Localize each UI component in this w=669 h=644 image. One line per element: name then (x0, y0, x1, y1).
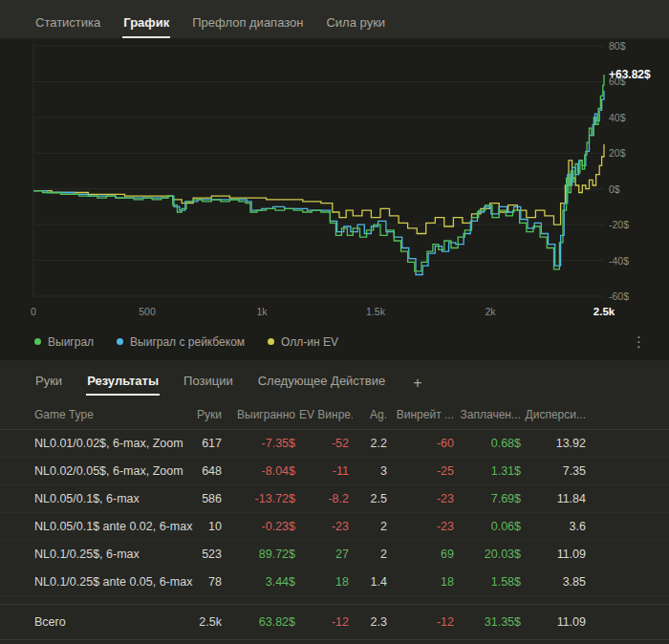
column-header-2[interactable]: Выигранно (226, 408, 299, 421)
table-row[interactable]: NL0.1/0.25$ ante 0.05, 6-max783.44$181.4… (0, 569, 669, 596)
more-options-icon[interactable]: ⋮ (626, 333, 652, 351)
table-tab-bar: РукиРезультатыПозицииСледующее Действие+ (0, 360, 669, 396)
chart-area[interactable]: +63.82$ 80$60$40$20$0$-20$-40$-60$05001k… (0, 38, 669, 327)
cell-value: 2 (353, 520, 391, 533)
table-tab-next-action[interactable]: Следующее Действие (257, 372, 387, 396)
y-axis-label: 80$ (609, 40, 661, 52)
table-row[interactable]: NL0.05/0.1$, 6-max586-13.72$-8.22.5-237.… (0, 485, 669, 513)
column-header-5[interactable]: Винрейт ... (391, 408, 458, 421)
cell-value: -8.04$ (226, 464, 299, 478)
cell-value: 586 (182, 492, 226, 505)
results-table-header: Game TypeРукиВыигранноEV Винре...Ag.Винр… (0, 399, 669, 430)
chart-legend: ВыигралВыиграл с рейкбекомОлл-ин EV ⋮ (0, 327, 669, 360)
table-tab-hands[interactable]: Руки (34, 372, 63, 396)
chart-panel: +63.82$ 80$60$40$20$0$-20$-40$-60$05001k… (0, 38, 669, 360)
legend-item-allin-ev[interactable]: Олл-ин EV (268, 335, 338, 349)
add-tab-button[interactable]: + (409, 375, 425, 396)
cell-value: 11.84 (525, 492, 590, 505)
cell-value: -23 (299, 520, 353, 533)
y-axis-label: 20$ (609, 147, 661, 159)
cell-value: 89.72$ (226, 547, 299, 561)
table-row[interactable]: NL0.01/0.02$, 6-max, Zoom617-7.35$-522.2… (0, 430, 669, 458)
cell-game-type: NL0.05/0.1$, 6-max (34, 492, 182, 505)
cell-value: 1.4 (353, 575, 391, 589)
results-table-total-row[interactable]: Всего2.5k63.82$-122.3-1231.35$11.09 (0, 604, 669, 640)
series-line-won (33, 75, 604, 271)
x-axis-label: 0 (31, 306, 36, 317)
total-label: Всего (34, 615, 182, 629)
cell-value: -52 (299, 437, 353, 450)
poker-tracker-window: СтатистикаГрафикПрефлоп диапазонСила рук… (0, 0, 669, 644)
cell-value: 10 (182, 520, 226, 533)
y-axis-label: 0$ (609, 183, 661, 195)
cell-value: 2.2 (353, 437, 391, 450)
cell-value: 648 (182, 464, 226, 478)
table-row[interactable]: NL0.05/0.1$ ante 0.02, 6-max10-0.23$-232… (0, 513, 669, 541)
cell-game-type: NL0.01/0.02$, 6-max, Zoom (34, 437, 182, 450)
cell-value: 78 (182, 575, 226, 589)
cell-value: -11 (299, 464, 353, 478)
x-axis-label: 500 (139, 306, 156, 317)
top-tab-statistics[interactable]: Статистика (34, 6, 101, 38)
legend-dot-icon (117, 338, 123, 345)
results-table-body: NL0.01/0.02$, 6-max, Zoom617-7.35$-522.2… (0, 430, 669, 596)
table-row[interactable]: NL0.02/0.05$, 6-max, Zoom648-8.04$-113-2… (0, 458, 669, 485)
cell-value: 11.09 (525, 615, 590, 629)
top-tab-bar: СтатистикаГрафикПрефлоп диапазонСила рук… (0, 0, 669, 38)
series-line-won-rakeback (33, 91, 604, 275)
cell-value: -0.23$ (226, 520, 299, 533)
legend-items: ВыигралВыиграл с рейкбекомОлл-ин EV (34, 335, 338, 349)
cell-value: 0.68$ (458, 437, 525, 450)
cell-game-type: NL0.1/0.25$, 6-max (34, 547, 182, 561)
legend-label: Выиграл с рейкбеком (130, 335, 245, 349)
legend-dot-icon (34, 338, 41, 345)
cell-game-type: NL0.05/0.1$ ante 0.02, 6-max (34, 520, 182, 533)
cell-value: 7.35 (525, 464, 590, 478)
table-tab-positions[interactable]: Позиции (183, 372, 234, 396)
cell-value: 523 (182, 547, 226, 561)
cell-value: 63.82$ (226, 615, 299, 629)
cell-value: 3.44$ (226, 575, 299, 589)
cell-value: 2.5 (353, 492, 391, 505)
legend-item-won-rakeback[interactable]: Выиграл с рейкбеком (117, 335, 245, 349)
cell-value: -7.35$ (226, 437, 299, 450)
column-header-4[interactable]: Ag. (353, 408, 391, 421)
cell-value: -23 (391, 520, 458, 533)
cell-value: 3.85 (525, 575, 590, 589)
column-header-0[interactable]: Game Type (34, 408, 182, 421)
y-axis-label: 60$ (609, 75, 661, 87)
cell-value: -60 (391, 437, 458, 450)
x-axis-label: 1k (256, 306, 267, 317)
top-tab-preflop-range[interactable]: Префлоп диапазон (191, 6, 304, 38)
cell-value: -12 (391, 615, 458, 629)
cell-value: 2.5k (182, 615, 226, 629)
cell-value: 0.06$ (458, 520, 525, 533)
cell-value: 617 (182, 437, 226, 450)
column-header-6[interactable]: Заплачен... (458, 408, 525, 421)
y-axis-label: -20$ (609, 219, 661, 230)
top-tab-graph[interactable]: График (122, 6, 170, 38)
cell-value: 20.03$ (458, 547, 525, 561)
table-row[interactable]: NL0.1/0.25$, 6-max52389.72$2726920.03$11… (0, 541, 669, 569)
y-axis-label: 40$ (609, 112, 661, 123)
cell-value: 11.09 (525, 547, 590, 561)
top-tab-hand-strength[interactable]: Сила руки (325, 6, 386, 38)
cell-value: 13.92 (525, 437, 590, 450)
cell-value: -13.72$ (226, 492, 299, 505)
legend-item-won[interactable]: Выиграл (34, 335, 94, 349)
x-axis-label: 2k (485, 306, 495, 317)
cell-value: 3 (353, 464, 391, 478)
cell-value: 2.3 (353, 615, 391, 629)
table-tab-results[interactable]: Результаты (86, 372, 160, 396)
cell-value: -8.2 (299, 492, 353, 505)
cell-value: 1.31$ (458, 464, 525, 478)
cell-value: 18 (299, 575, 353, 589)
y-axis-label: -40$ (609, 255, 661, 267)
column-header-1[interactable]: Руки (182, 408, 226, 421)
cell-value: 69 (391, 547, 458, 561)
column-header-7[interactable]: Дисперси... (525, 408, 590, 421)
cell-value: 27 (299, 547, 353, 561)
legend-label: Выиграл (48, 335, 94, 349)
cell-value: 1.58$ (458, 575, 525, 589)
column-header-3[interactable]: EV Винре... (299, 408, 353, 421)
